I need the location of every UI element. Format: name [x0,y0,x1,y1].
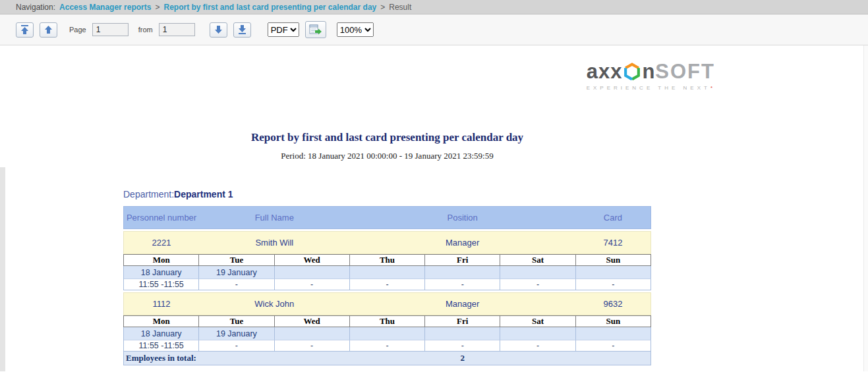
time-cell: - [500,340,575,352]
header-cell: Full Name [199,207,349,228]
last-page-icon [238,25,246,34]
department-label: Department: [123,189,174,199]
right-gutter [863,45,868,371]
report-page: axx n SOFT EXPERIENCE THE NEXT* Report b… [0,45,868,371]
next-page-button[interactable] [210,22,227,38]
employee-cell: 9632 [575,293,651,315]
breadcrumb-separator: > [380,3,385,12]
header-cell: Position [349,207,575,228]
day-header-row: MonTueWedThuFriSatSun [123,315,651,327]
logo-trademark: * [710,85,712,91]
time-cell: - [275,279,350,290]
date-cell [576,266,651,279]
time-row: 11:55 -11:55------ [123,279,651,290]
day-cell: Fri [425,255,500,266]
time-cell: - [199,340,274,352]
footer-spacer [575,352,651,365]
first-page-icon [20,25,29,34]
time-cell: - [275,340,350,352]
employee-cell: Smith Will [199,232,349,253]
date-row: 18 January19 January [123,266,651,279]
day-cell: Mon [124,255,199,266]
day-cell: Wed [275,316,350,327]
date-cell: 19 January [199,266,274,279]
employee-row: 1112Wick JohnManager9632 [123,292,651,315]
page-count-input[interactable] [159,23,195,36]
employee-cell: 7412 [575,232,651,253]
time-cell: - [350,279,425,290]
arrow-down-icon [214,25,223,34]
date-cell [350,327,425,340]
report-body: Report by first and last card presenting… [123,45,651,365]
date-cell: 19 January [199,327,274,340]
left-gutter [0,167,5,371]
date-cell [425,327,500,340]
day-cell: Tue [199,316,274,327]
footer-value: 2 [349,352,575,365]
time-cell: 11:55 -11:55 [124,279,199,290]
date-cell [275,266,350,279]
day-cell: Tue [199,255,274,266]
date-cell [500,266,575,279]
export-button[interactable] [305,21,326,38]
date-cell [576,327,651,340]
time-row: 11:55 -11:55------ [123,340,651,352]
first-page-button[interactable] [16,22,34,38]
time-cell: - [576,340,651,352]
day-header-row: MonTueWedThuFriSatSun [123,254,651,266]
breadcrumb-link-access-manager-reports[interactable]: Access Manager reports [59,3,151,12]
date-cell [275,327,350,340]
breadcrumb-link-report[interactable]: Report by first and last card presenting… [163,3,376,12]
report-period: Period: 18 January 2021 00:00:00 - 19 Ja… [123,151,651,161]
format-select[interactable]: PDF [268,22,299,37]
zoom-select[interactable]: 100% [337,22,374,37]
date-cell [500,327,575,340]
day-cell: Sun [576,255,651,266]
logo-text-soft: SOFT [655,61,715,82]
time-cell: - [199,279,274,290]
time-cell: 11:55 -11:55 [124,340,199,352]
logo-hexagon-icon [623,63,641,81]
date-cell: 18 January [124,327,199,340]
header-cell: Card [575,207,651,228]
day-cell: Thu [350,316,425,327]
employee-cell: Wick John [199,293,349,315]
breadcrumb: Navigation: Access Manager reports > Rep… [0,0,868,14]
day-cell: Mon [124,316,199,327]
page-label: Page [69,26,86,34]
report-toolbar: Page from PDF 100% [0,14,868,45]
report-table: Personnel numberFull NamePositionCard222… [123,206,651,365]
logo-wordmark: axx n SOFT [587,61,715,82]
previous-page-button[interactable] [40,22,57,38]
logo-tagline: EXPERIENCE THE NEXT* [587,85,715,91]
logo-tagline-text: EXPERIENCE THE NEXT [587,85,710,91]
date-row: 18 January19 January [123,327,651,340]
day-cell: Fri [425,316,500,327]
table-footer-row: Employees in total:2 [123,352,651,365]
time-cell: - [425,340,500,352]
time-cell: - [425,279,500,290]
table-header-row: Personnel numberFull NamePositionCard [123,206,651,229]
header-cell: Personnel number [124,207,199,228]
time-cell: - [576,279,651,290]
page-number-input[interactable] [92,23,129,36]
date-cell [350,266,425,279]
employee-cell: 2221 [124,232,199,253]
axxonsoft-logo: axx n SOFT EXPERIENCE THE NEXT* [587,61,715,91]
day-cell: Wed [275,255,350,266]
day-cell: Sun [576,316,651,327]
logo-text-n: n [642,61,655,82]
date-cell: 18 January [124,266,199,279]
last-page-button[interactable] [233,22,251,38]
time-cell: - [350,340,425,352]
navigation-label: Navigation: [16,3,55,12]
department-line: Department:Department 1 [123,189,651,199]
breadcrumb-separator: > [155,3,159,12]
day-cell: Thu [350,255,425,266]
day-cell: Sat [500,316,575,327]
employee-cell: 1112 [124,293,199,315]
breadcrumb-current: Result [389,3,411,12]
footer-label: Employees in total: [124,352,349,365]
report-title: Report by first and last card presenting… [123,131,651,144]
time-cell: - [500,279,575,290]
